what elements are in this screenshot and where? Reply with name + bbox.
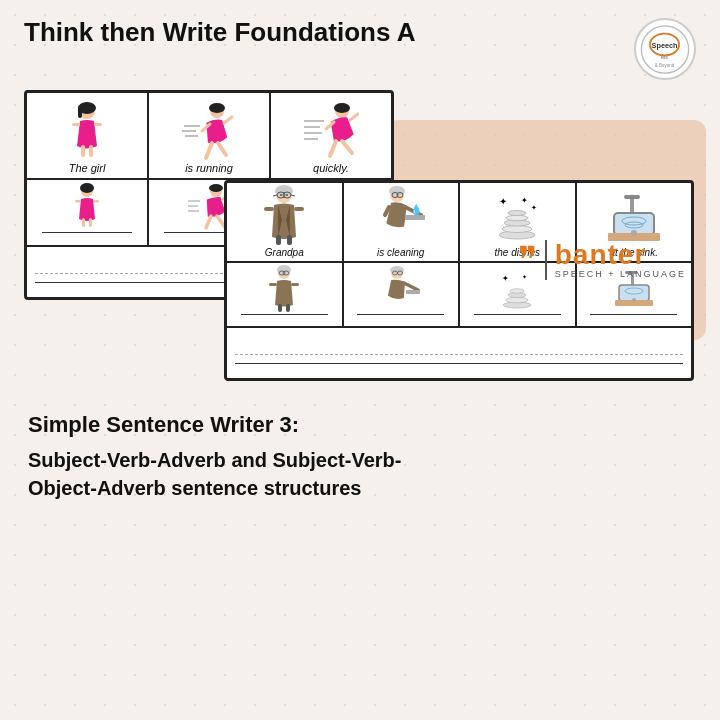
svg-rect-102 bbox=[406, 290, 420, 294]
card-girl-row1: The girl bbox=[27, 93, 391, 180]
svg-line-17 bbox=[206, 143, 212, 158]
svg-text:✦: ✦ bbox=[521, 196, 528, 205]
logo: Speech ies & Beyond bbox=[634, 18, 696, 80]
svg-point-106 bbox=[506, 297, 528, 303]
svg-point-41 bbox=[209, 184, 223, 192]
svg-rect-83 bbox=[624, 195, 640, 199]
svg-point-16 bbox=[209, 103, 225, 113]
cell-grandpa: Grandpa bbox=[227, 183, 344, 261]
banter-divider bbox=[545, 240, 547, 280]
svg-point-26 bbox=[334, 103, 350, 113]
svg-rect-34 bbox=[89, 218, 92, 227]
svg-rect-96 bbox=[291, 283, 299, 286]
svg-line-27 bbox=[330, 141, 336, 156]
cleaning2-icon bbox=[380, 268, 422, 310]
svg-text:💧: 💧 bbox=[410, 203, 423, 216]
svg-point-88 bbox=[631, 230, 637, 236]
dishes-icon: ✦ ✦ ✦ bbox=[490, 188, 545, 243]
main-title: Think then Write Foundations A bbox=[24, 18, 415, 48]
svg-line-43 bbox=[217, 216, 224, 226]
cell-cleaning2 bbox=[344, 263, 461, 326]
svg-rect-65 bbox=[294, 207, 304, 211]
svg-text:ies: ies bbox=[661, 54, 668, 60]
svg-text:✦: ✦ bbox=[502, 274, 509, 283]
svg-point-32 bbox=[80, 183, 94, 193]
svg-rect-8 bbox=[81, 145, 85, 157]
banter-text: banter SPEECH + LANGUAGE bbox=[555, 241, 686, 279]
svg-point-78 bbox=[502, 225, 532, 232]
svg-point-56 bbox=[280, 194, 282, 196]
section-body: Subject-Verb-Adverb and Subject-Verb- Ob… bbox=[28, 446, 696, 502]
cleaning-icon: 💧 bbox=[373, 188, 428, 243]
svg-rect-7 bbox=[78, 106, 82, 118]
section-title: Simple Sentence Writer 3: bbox=[28, 412, 696, 438]
cards-area: The girl bbox=[24, 90, 696, 400]
cell-girl-standing: The girl bbox=[27, 93, 149, 178]
svg-line-101 bbox=[404, 283, 418, 290]
banter-sub: SPEECH + LANGUAGE bbox=[555, 269, 686, 279]
svg-rect-72 bbox=[405, 215, 425, 220]
svg-text:✦: ✦ bbox=[499, 196, 507, 207]
svg-text:✦: ✦ bbox=[531, 204, 537, 211]
cell-grandpa2 bbox=[227, 263, 344, 326]
svg-rect-95 bbox=[269, 283, 277, 286]
label-quickly: quickly. bbox=[313, 162, 349, 174]
svg-rect-93 bbox=[278, 304, 282, 312]
girl-standing-icon bbox=[60, 103, 115, 158]
girl-fast-icon bbox=[304, 103, 359, 158]
label-the-girl: The girl bbox=[69, 162, 106, 174]
svg-point-114 bbox=[632, 298, 636, 302]
svg-point-81 bbox=[508, 210, 526, 215]
cell-girl2-standing bbox=[27, 180, 149, 245]
svg-line-18 bbox=[218, 143, 226, 155]
header: Think then Write Foundations A Speech ie… bbox=[24, 18, 696, 80]
svg-text:& Beyond: & Beyond bbox=[655, 63, 675, 68]
svg-rect-35 bbox=[75, 200, 81, 203]
svg-line-71 bbox=[385, 207, 389, 215]
svg-rect-36 bbox=[93, 200, 99, 203]
svg-rect-33 bbox=[82, 218, 85, 227]
writing-area-card2 bbox=[227, 328, 691, 378]
svg-rect-94 bbox=[286, 304, 290, 312]
card-grandpa: Grandpa bbox=[224, 180, 694, 381]
svg-line-42 bbox=[206, 216, 211, 228]
svg-rect-62 bbox=[276, 235, 281, 245]
svg-rect-11 bbox=[94, 123, 102, 126]
cell-girl-running: is running bbox=[149, 93, 271, 178]
svg-rect-9 bbox=[89, 145, 93, 157]
girl2-standing-icon bbox=[66, 186, 108, 228]
label-is-cleaning: is cleaning bbox=[377, 247, 424, 258]
banter-word: banter bbox=[555, 241, 686, 269]
svg-point-55 bbox=[275, 185, 293, 197]
banter-logo: ❞ banter SPEECH + LANGUAGE bbox=[518, 240, 686, 280]
label-grandpa: Grandpa bbox=[265, 247, 304, 258]
svg-point-80 bbox=[506, 215, 528, 221]
quote-icon: ❞ bbox=[518, 242, 537, 278]
sink-icon bbox=[606, 188, 661, 243]
label-is-running: is running bbox=[185, 162, 233, 174]
grandpa-icon bbox=[257, 188, 312, 243]
svg-point-108 bbox=[510, 289, 524, 293]
svg-point-57 bbox=[286, 194, 288, 196]
svg-rect-64 bbox=[264, 207, 274, 211]
svg-line-28 bbox=[342, 141, 352, 153]
girl-running-icon bbox=[182, 103, 237, 158]
cell-cleaning: 💧 is cleaning bbox=[344, 183, 461, 261]
svg-text:Speech: Speech bbox=[652, 41, 678, 50]
svg-line-29 bbox=[350, 114, 358, 120]
svg-rect-10 bbox=[72, 123, 80, 126]
svg-line-19 bbox=[224, 117, 232, 123]
svg-point-98 bbox=[390, 266, 404, 274]
grandpa2-icon bbox=[263, 268, 305, 310]
cell-girl-fast: quickly. bbox=[271, 93, 391, 178]
bottom-section: Simple Sentence Writer 3: Subject-Verb-A… bbox=[24, 412, 696, 502]
svg-rect-63 bbox=[287, 235, 292, 245]
page: Think then Write Foundations A Speech ie… bbox=[0, 0, 720, 720]
